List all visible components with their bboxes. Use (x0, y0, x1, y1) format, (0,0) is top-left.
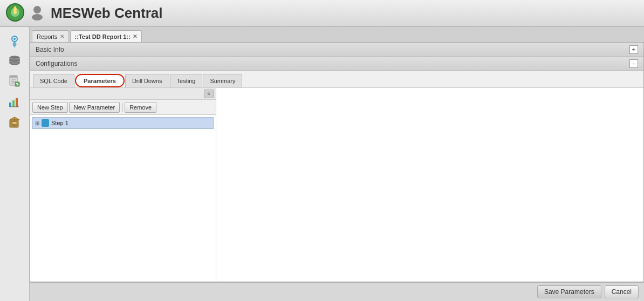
tab-sql-code[interactable]: SQL Code (33, 74, 74, 87)
parameter-toolbar: New Step New Parameter Remove (30, 100, 216, 115)
cancel-button[interactable]: Cancel (605, 285, 639, 298)
remove-button[interactable]: Remove (125, 102, 156, 113)
svg-rect-21 (12, 100, 15, 107)
step1-label: Step 1 (51, 120, 68, 126)
main-area: Reports ✕ ::Test DD Report 1:: ✕ Basic I… (30, 27, 644, 301)
svg-point-11 (10, 61, 19, 65)
tree-expand-icon[interactable]: ⊞ (35, 120, 39, 126)
save-parameters-button[interactable]: Save Parameters (537, 285, 601, 298)
sidebar-icon-chart[interactable] (6, 94, 23, 110)
step-icon (42, 119, 49, 127)
svg-point-3 (33, 6, 41, 13)
basic-info-label: Basic Info (36, 46, 64, 53)
new-parameter-button[interactable]: New Parameter (69, 102, 120, 113)
sidebar-icon-package[interactable] (6, 114, 23, 131)
basic-info-toggle[interactable]: + (629, 45, 638, 54)
left-panel: « New Step New Parameter Remove ⊞ Step 1 (30, 88, 216, 282)
tab-drill-downs[interactable]: Drill Downs (125, 74, 169, 87)
app-logo (5, 3, 25, 24)
sidebar-icon-reports[interactable] (6, 73, 23, 90)
tree-item-step1[interactable]: ⊞ Step 1 (32, 117, 214, 129)
footer: Save Parameters Cancel (30, 282, 644, 301)
new-step-button[interactable]: New Step (32, 102, 68, 113)
tab-test-dd-report-close[interactable]: ✕ (133, 33, 137, 39)
sidebar-icon-location[interactable] (6, 32, 23, 49)
config-tab-bar: SQL Code Parameters Drill Downs Testing … (30, 71, 643, 88)
tab-reports-close[interactable]: ✕ (60, 33, 64, 39)
svg-rect-20 (9, 102, 11, 107)
svg-point-2 (13, 11, 17, 14)
collapse-bar: « (30, 88, 216, 100)
parameter-tree: ⊞ Step 1 (30, 115, 216, 282)
app-header: MESWeb Central (0, 0, 644, 27)
basic-info-section-header: Basic Info + (30, 43, 643, 57)
tab-reports[interactable]: Reports ✕ (32, 30, 69, 42)
user-icon[interactable] (29, 4, 45, 22)
tab-summary[interactable]: Summary (203, 74, 242, 87)
configurations-toggle[interactable]: - (629, 59, 638, 68)
panel-area: « New Step New Parameter Remove ⊞ Step 1 (30, 88, 643, 282)
svg-rect-27 (12, 122, 17, 124)
app-title: MESWeb Central (51, 5, 163, 22)
svg-point-4 (32, 14, 43, 20)
tab-testing[interactable]: Testing (170, 74, 203, 87)
svg-rect-22 (16, 98, 18, 107)
svg-point-6 (13, 38, 16, 40)
configurations-section-header: Configurations - (30, 57, 643, 71)
configurations-label: Configurations (36, 60, 77, 67)
tab-bar: Reports ✕ ::Test DD Report 1:: ✕ (30, 27, 644, 42)
tab-test-dd-report[interactable]: ::Test DD Report 1:: ✕ (70, 30, 142, 42)
tab-parameters[interactable]: Parameters (75, 74, 125, 87)
svg-rect-13 (10, 76, 17, 78)
sidebar (0, 27, 30, 301)
sidebar-icon-database[interactable] (6, 53, 23, 69)
toolbar-separator (122, 102, 122, 112)
right-panel (216, 88, 643, 282)
collapse-button[interactable]: « (204, 90, 214, 98)
content-area: Basic Info + Configurations - SQL Code P… (30, 42, 644, 282)
